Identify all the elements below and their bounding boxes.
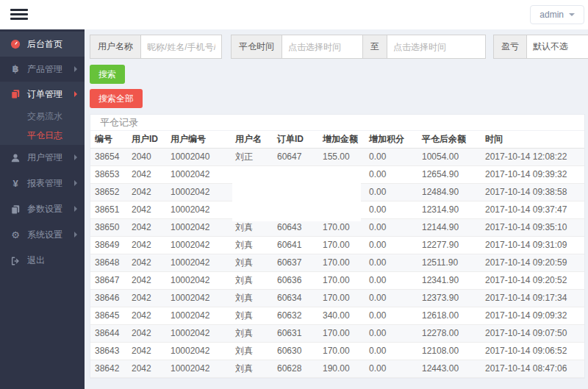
chevron-right-icon (74, 206, 77, 212)
col-user-name: 用户名 (231, 131, 273, 148)
sidebar-item-home[interactable]: 后台首页 (0, 32, 85, 57)
user-dropdown[interactable]: admin (530, 5, 584, 24)
chevron-right-icon (74, 180, 77, 186)
table-cell: 10002042 (166, 165, 231, 183)
table-cell: 12278.00 (417, 324, 481, 342)
table-cell: 10002042 (166, 201, 231, 218)
to-label: 至 (362, 35, 387, 59)
table-cell: 刘真 (231, 254, 273, 271)
table-cell: 2042 (127, 165, 166, 183)
table-cell: 2042 (127, 342, 166, 360)
table-cell: 刘真 (231, 236, 273, 254)
close-time-from-input[interactable] (282, 35, 363, 59)
sidebar-item-system[interactable]: ⚙ 系统设置 (0, 222, 85, 248)
table-cell: 2017-10-14 09:17:34 (481, 289, 584, 307)
username-input[interactable] (140, 35, 222, 59)
table-cell: 60647 (273, 148, 318, 165)
table-cell: 10002042 (166, 271, 231, 289)
table-cell: 2017-10-14 09:35:10 (481, 218, 584, 236)
sidebar-item-label: 报表管理 (27, 177, 62, 190)
sidebar-group-orders: 订单管理 交易流水 平仓日志 (0, 82, 85, 145)
table-cell: 38654 (90, 148, 127, 165)
table-cell: 60637 (273, 254, 318, 271)
logout-icon (10, 256, 21, 266)
col-order-id: 订单ID (273, 131, 318, 148)
table-cell: 12443.00 (417, 360, 481, 377)
search-button[interactable]: 搜索 (90, 65, 125, 84)
table-cell: 0.00 (365, 218, 417, 236)
table-cell: 0.00 (365, 148, 417, 165)
sidebar-item-reports[interactable]: ¥ 报表管理 (0, 171, 85, 196)
menu-toggle-icon[interactable] (10, 9, 28, 21)
table-cell: 38648 (90, 254, 127, 271)
table-cell: 12341.90 (417, 271, 481, 289)
table-cell: 38645 (90, 307, 127, 324)
table-cell: 2017-10-14 09:39:32 (481, 165, 584, 183)
profit-select-value: 默认不选 (533, 40, 568, 53)
table-row: 38643204210002042刘真60630170.000.0012108.… (90, 342, 584, 360)
profit-filter-group: 盈亏 默认不选 (493, 35, 588, 59)
empty-cells-overlay (232, 167, 361, 221)
table-cell: 0.00 (365, 236, 417, 254)
col-user-number: 用户编号 (166, 131, 231, 148)
table-cell: 38652 (90, 183, 127, 201)
table-cell: 12511.90 (417, 254, 481, 271)
col-id: 编号 (90, 131, 127, 148)
chevron-right-icon (74, 232, 77, 238)
table-cell: 170.00 (318, 342, 365, 360)
table-cell: 2042 (127, 289, 166, 307)
sidebar-item-users[interactable]: 用户管理 (0, 145, 85, 171)
sidebar-item-params[interactable]: 参数设置 (0, 196, 85, 222)
table-cell: 2017-10-14 09:09:32 (481, 307, 584, 324)
table-cell: 12314.90 (417, 201, 481, 218)
sidebar-item-trade-flow[interactable]: 交易流水 (0, 107, 85, 126)
col-user-id: 用户ID (127, 131, 166, 148)
product-icon: ฿ (10, 64, 21, 74)
sidebar-item-label: 订单管理 (27, 88, 62, 101)
sidebar-item-products[interactable]: ฿ 产品管理 (0, 57, 85, 82)
close-records-panel: 平仓记录 编号 用户ID 用户编号 用户名 订单ID 增加金额 增加积分 (90, 114, 585, 379)
sidebar-item-label: 退出 (27, 254, 45, 267)
table-row: 38648204210002042刘真60637170.000.0012511.… (90, 254, 584, 271)
table-cell: 60636 (273, 271, 318, 289)
table-cell: 2042 (127, 183, 166, 201)
sidebar-item-label: 产品管理 (27, 63, 62, 76)
profit-label: 盈亏 (493, 35, 527, 59)
table-cell: 10054.00 (417, 148, 481, 165)
table-cell: 38653 (90, 165, 127, 183)
table-cell: 155.00 (318, 148, 365, 165)
table-cell: 10002040 (166, 148, 231, 165)
profit-select[interactable]: 默认不选 (526, 35, 588, 59)
table-cell: 10002042 (166, 254, 231, 271)
table-cell: 2017-10-14 09:38:58 (481, 183, 584, 201)
sidebar-item-close-log[interactable]: 平仓日志 (0, 126, 85, 145)
table-cell: 2042 (127, 271, 166, 289)
table-cell: 刘真 (231, 360, 273, 377)
params-icon (10, 204, 21, 215)
user-icon (10, 153, 21, 163)
sidebar-item-logout[interactable]: 退出 (0, 248, 85, 274)
table-cell: 60632 (273, 307, 318, 324)
table-cell: 2017-10-14 09:20:59 (481, 254, 584, 271)
search-all-button[interactable]: 搜索全部 (90, 89, 143, 108)
main-content: 用户名称 平仓时间 至 盈亏 默认不选 搜索 搜索全部 平仓记录 (85, 29, 588, 389)
username-filter-group: 用户名称 (90, 35, 222, 59)
table-cell: 12618.00 (417, 307, 481, 324)
table-cell: 刘正 (231, 148, 273, 165)
table-cell: 2040 (127, 148, 166, 165)
close-time-label: 平仓时间 (231, 35, 282, 59)
table-cell: 2017-10-14 09:31:09 (481, 236, 584, 254)
table-cell: 2042 (127, 307, 166, 324)
table-cell: 0.00 (365, 201, 417, 218)
table-cell: 0.00 (365, 360, 417, 377)
close-time-to-input[interactable] (387, 35, 486, 59)
panel-title: 平仓记录 (90, 115, 584, 131)
table-row: 38646204210002042刘真60634170.000.0012373.… (90, 289, 584, 307)
table-cell: 170.00 (318, 254, 365, 271)
sidebar-item-orders[interactable]: 订单管理 (0, 82, 85, 107)
table-cell: 38649 (90, 236, 127, 254)
order-icon (10, 89, 21, 99)
table-cell: 12373.90 (417, 289, 481, 307)
table-cell: 刘真 (231, 271, 273, 289)
table-cell: 2042 (127, 254, 166, 271)
